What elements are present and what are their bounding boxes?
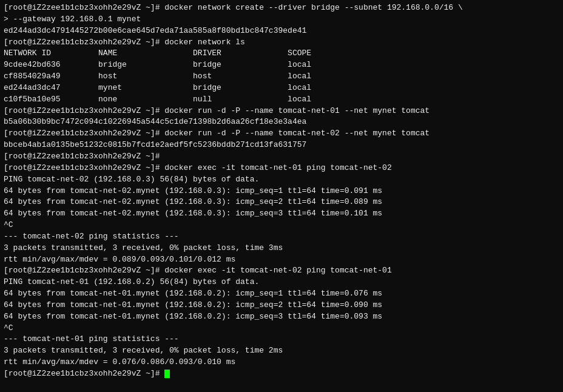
terminal-line: [root@iZ2zee1b1cbz3xohh2e29vZ ~]# docker… bbox=[4, 2, 559, 14]
terminal-line: 3 packets transmitted, 3 received, 0% pa… bbox=[4, 345, 559, 357]
terminal-line: 64 bytes from tomcat-net-01.mynet (192.1… bbox=[4, 311, 559, 323]
terminal-line: NETWORK ID NAME DRIVER SCOPE bbox=[4, 48, 559, 59]
terminal-line: 64 bytes from tomcat-net-02.mynet (192.1… bbox=[4, 208, 559, 220]
terminal-line: 64 bytes from tomcat-net-02.mynet (192.1… bbox=[4, 186, 559, 197]
terminal-line: ed244ad3dc47 mynet bridge local bbox=[4, 83, 559, 94]
terminal-line: --- tomcat-net-01 ping statistics --- bbox=[4, 334, 559, 345]
terminal-line: [root@iZ2zee1b1cbz3xohh2e29vZ ~]# docker… bbox=[4, 106, 559, 117]
terminal-line: PING tomcat-net-02 (192.168.0.3) 56(84) … bbox=[4, 174, 559, 186]
terminal-window[interactable]: [root@iZ2zee1b1cbz3xohh2e29vZ ~]# docker… bbox=[0, 0, 563, 392]
terminal-line: [root@iZ2zee1b1cbz3xohh2e29vZ ~]# docker… bbox=[4, 37, 559, 49]
terminal-line: 3 packets transmitted, 3 received, 0% pa… bbox=[4, 243, 559, 254]
terminal-line: b5a06b30b9bc7472c094c10226945a544c5c1de7… bbox=[4, 117, 559, 128]
terminal-line: [root@iZ2zee1b1cbz3xohh2e29vZ ~]# docker… bbox=[4, 128, 559, 140]
terminal-line: rtt min/avg/max/mdev = 0.076/0.086/0.093… bbox=[4, 357, 559, 368]
terminal-cursor bbox=[164, 370, 170, 378]
terminal-line: c10f5ba10e95 none null local bbox=[4, 94, 559, 106]
terminal-line: rtt min/avg/max/mdev = 0.089/0.093/0.101… bbox=[4, 254, 559, 266]
terminal-line: [root@iZ2zee1b1cbz3xohh2e29vZ ~]# docker… bbox=[4, 265, 559, 277]
terminal-line: [root@iZ2zee1b1cbz3xohh2e29vZ ~]# docker… bbox=[4, 163, 559, 174]
terminal-line: 64 bytes from tomcat-net-01.mynet (192.1… bbox=[4, 300, 559, 311]
terminal-line: 64 bytes from tomcat-net-01.mynet (192.1… bbox=[4, 288, 559, 300]
terminal-line: [root@iZ2zee1b1cbz3xohh2e29vZ ~]# bbox=[4, 368, 559, 380]
terminal-line: ed244ad3dc4791445272b00e6cae645d7eda71aa… bbox=[4, 25, 559, 37]
terminal-line: --- tomcat-net-02 ping statistics --- bbox=[4, 231, 559, 243]
terminal-line: bbceb4ab1a0135be51232c0815b7fcd1e2aedf5f… bbox=[4, 140, 559, 151]
terminal-line: > --gateway 192.168.0.1 mynet bbox=[4, 14, 559, 25]
terminal-line: ^C bbox=[4, 220, 559, 231]
terminal-line: PING tomcat-net-01 (192.168.0.2) 56(84) … bbox=[4, 277, 559, 288]
terminal-line: [root@iZ2zee1b1cbz3xohh2e29vZ ~]# bbox=[4, 151, 559, 163]
terminal-line: cf8854029a49 host host local bbox=[4, 71, 559, 83]
terminal-line: 64 bytes from tomcat-net-02.mynet (192.1… bbox=[4, 197, 559, 208]
terminal-line: ^C bbox=[4, 323, 559, 334]
terminal-line: 9cdee42bd636 bridge bridge local bbox=[4, 59, 559, 71]
